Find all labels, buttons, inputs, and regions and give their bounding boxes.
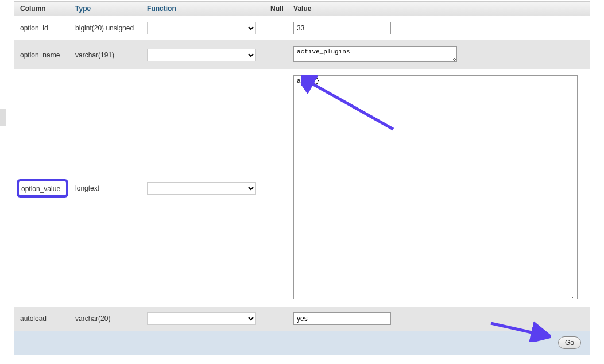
value-input-autoload[interactable] [293,312,391,325]
function-select[interactable] [147,312,256,325]
header-null: Null [267,2,290,16]
sidebar-edge [0,109,6,126]
cell-type: longtext [72,69,144,307]
value-input-option-id[interactable] [293,22,391,34]
row-autoload: autoload varchar(20) [14,307,590,331]
row-option-id: option_id bigint(20) unsigned [14,16,590,41]
header-row: Column Type Function Null Value [14,2,590,16]
highlight-option-value: option_value [17,179,68,198]
row-option-value: option_value longtext a:0:{} [14,69,590,307]
cell-null [267,16,290,41]
cell-column: option_name [14,40,72,69]
header-column: Column [14,2,72,16]
go-button[interactable]: Go [558,336,581,349]
cell-null [267,69,290,307]
value-textarea-option-value[interactable]: a:0:{} [293,75,578,299]
value-textarea-option-name[interactable]: active_plugins [293,46,457,62]
cell-type: bigint(20) unsigned [72,16,144,41]
header-function[interactable]: Function [144,2,267,16]
cell-type: varchar(191) [72,40,144,69]
cell-type: varchar(20) [72,307,144,331]
header-type[interactable]: Type [72,2,144,16]
header-value: Value [290,2,590,16]
cell-column: autoload [14,307,72,331]
function-select[interactable] [147,49,256,61]
cell-column: option_value [21,185,60,193]
cell-null [267,307,290,331]
footer-row: Go [14,331,590,355]
cell-null [267,40,290,69]
function-select[interactable] [147,22,256,34]
row-option-name: option_name varchar(191) active_plugins [14,40,590,69]
editor-table: Column Type Function Null Value option_i… [14,1,590,355]
function-select[interactable] [147,182,256,195]
cell-column: option_id [14,16,72,41]
